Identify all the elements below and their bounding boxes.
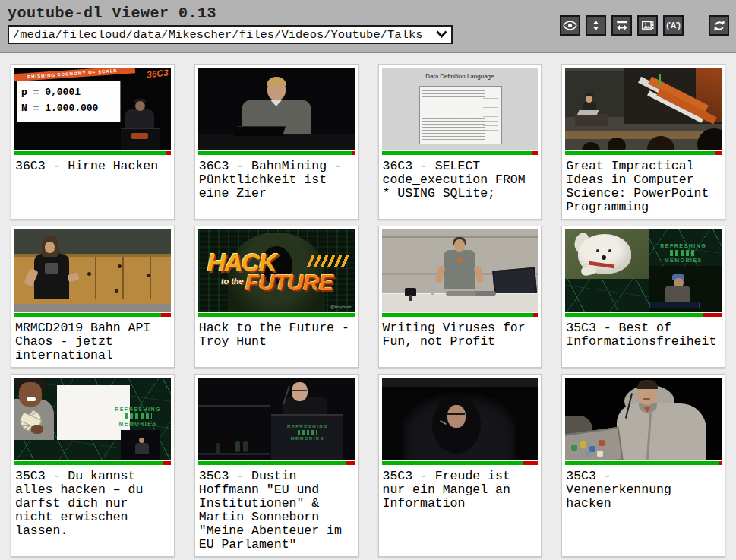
app-header: youtube-dl Viewer 0.13 /media/filecloud/… [0,0,736,53]
video-thumbnail: REFRESHINGMEMORIES [565,229,722,312]
antenna-icon: ('A') [666,22,681,30]
path-dropdown[interactable]: /media/filecloud/data/Mikescher/files/Vi… [8,25,453,44]
video-card[interactable]: HACK to the FUTURE @troyhunt Hack to the… [194,226,359,368]
sort-arrows-icon [589,19,602,32]
video-card[interactable]: REFRESHINGMEMORIES 35C3 - Du kannst alle… [11,374,175,557]
reload-button[interactable] [709,15,729,36]
video-thumbnail: HACK to the FUTURE @troyhunt [198,229,355,312]
watch-progress-bar [198,461,355,465]
video-card[interactable]: PHISHING ECONOMY OF SCALE p = 0,0001 N =… [11,64,175,220]
video-card[interactable]: REFRESHINGMEMORIES 35C3 - Best of Inform… [561,226,725,368]
refreshing-memories-logo: REFRESHINGMEMORIES [653,242,714,264]
video-thumbnail: PHISHING ECONOMY OF SCALE p = 0,0001 N =… [14,68,171,150]
refreshing-memories-logo: REFRESHINGMEMORIES [110,406,166,427]
logo-text: to the [221,277,244,286]
refresh-icon [712,19,726,33]
credit-text: @troyhunt [330,305,352,310]
watch-progress-bar [14,151,171,155]
refreshing-memories-logo: REFRESHINGMEMORIES [287,423,327,441]
video-title: 35C3 - Dustin Hoffmann "EU und Instituti… [198,465,355,553]
watch-progress-bar [198,151,355,155]
video-title: 35C3 - Du kannst alles hacken – du darfs… [14,465,171,539]
logo-text: FUTURE [245,271,333,294]
video-title: 35C3 - Freude ist nur ein Mangel an Info… [382,465,539,512]
watch-progress-bar [198,313,355,317]
card-width-button[interactable] [611,15,632,36]
watch-progress-bar [565,151,722,155]
eye-icon [563,18,577,33]
watch-progress-bar [382,313,539,317]
video-thumbnail [14,229,171,312]
video-thumbnail: REFRESHINGMEMORIES [14,378,171,460]
toolbar: ('A') [560,15,729,36]
video-title: 36C3 - BahnMining - Pünktlichkeit ist ei… [198,155,355,202]
video-card[interactable]: MRMCD2019 Bahn API Chaos - jetzt interna… [11,226,175,368]
video-card[interactable]: 35C3 - Venenerkennung hacken [561,374,725,557]
video-grid: PHISHING ECONOMY OF SCALE p = 0,0001 N =… [0,53,736,560]
watch-progress-bar [565,461,722,465]
video-thumbnail [198,68,355,150]
display-mode-button[interactable] [560,15,580,36]
slide-heading: Data Definition Language [382,73,539,80]
event-logo: 36C3 [147,68,169,80]
video-title: MRMCD2019 Bahn API Chaos - jetzt interna… [14,317,171,364]
video-card[interactable]: Data Definition Language 36C3 - SELECT c… [378,64,542,220]
watch-progress-bar [14,461,171,465]
video-thumbnail [382,229,539,312]
watch-progress-bar [382,151,539,155]
watch-progress-bar [382,461,539,465]
video-title: 36C3 - Hirne Hacken [14,155,171,175]
thumbnail-banner: PHISHING ECONOMY OF SCALE [14,68,135,82]
watch-progress-bar [565,313,722,317]
video-title: Writing Viruses for Fun, not Profit [382,317,539,350]
video-card[interactable]: 35C3 - Freude ist nur ein Mangel an Info… [378,374,542,557]
thumbnail-mode-button[interactable] [637,15,658,36]
video-thumbnail [565,68,722,150]
video-title: 35C3 - Venenerkennung hacken [565,465,722,512]
video-card[interactable]: 36C3 - BahnMining - Pünktlichkeit ist ei… [194,64,359,220]
video-card[interactable]: REFRESHINGMEMORIES 35C3 - Dustin Hoffman… [194,374,359,557]
image-icon [641,19,655,33]
video-thumbnail: Data Definition Language [382,68,539,150]
video-card[interactable]: Writing Viruses for Fun, not Profit [378,226,542,368]
video-card[interactable]: Great Impractical Ideas in Computer Scie… [561,64,725,220]
width-arrows-icon [615,19,629,33]
sort-order-button[interactable] [586,15,606,36]
video-title: 35C3 - Best of Informationsfreiheit [565,317,722,350]
thumbnail-stats: p = 0,0001 N = 1.000.000 [17,81,120,122]
video-title: Great Impractical Ideas in Computer Scie… [565,155,722,216]
video-thumbnail: REFRESHINGMEMORIES [198,378,355,460]
video-title: Hack to the Future - Troy Hunt [198,317,355,350]
video-thumbnail [565,378,722,460]
video-title: 36C3 - SELECT code_execution FROM * USIN… [382,155,539,202]
stream-mode-button[interactable]: ('A') [663,15,684,36]
path-dropdown-value: /media/filecloud/data/Mikescher/files/Vi… [13,28,423,42]
video-thumbnail [382,378,539,460]
watch-progress-bar [14,313,171,317]
chevron-down-icon [436,28,447,42]
